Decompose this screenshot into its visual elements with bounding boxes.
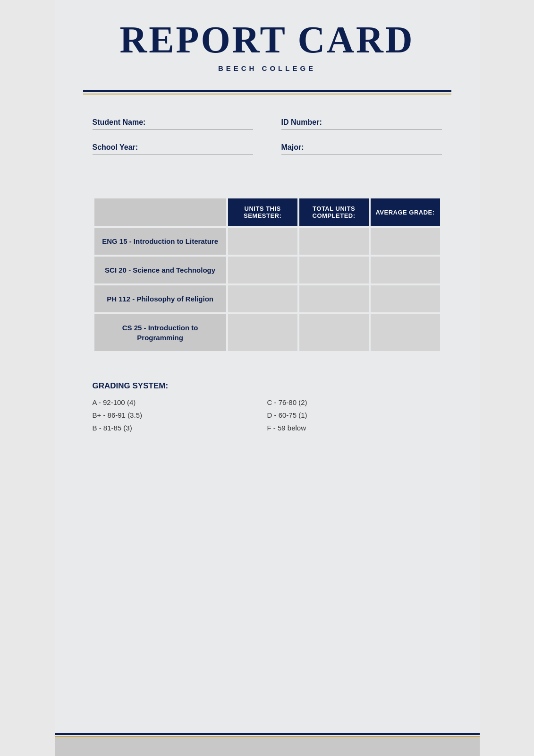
average-grade: [371, 228, 440, 255]
grade-item: B+ - 86-91 (3.5): [93, 411, 267, 419]
grade-item: F - 59 below: [267, 424, 442, 432]
total-units: [299, 314, 369, 351]
header: REPORT CARD BEECH COLLEGE: [55, 0, 480, 82]
report-card-title: REPORT CARD: [83, 19, 451, 60]
major-underline: [281, 155, 442, 155]
thin-line: [83, 94, 451, 94]
course-name: SCI 20 - Science and Technology: [94, 257, 226, 284]
th-total-units: TOTAL UNITS COMPLETED:: [299, 198, 369, 226]
table-row: CS 25 - Introduction to Programming: [94, 314, 440, 351]
info-row-2: School Year: Major:: [93, 143, 442, 155]
school-year-underline: [93, 155, 253, 155]
course-name: CS 25 - Introduction to Programming: [94, 314, 226, 351]
page: REPORT CARD BEECH COLLEGE Student Name: …: [55, 0, 480, 756]
units-this-semester: [228, 314, 297, 351]
table-row: SCI 20 - Science and Technology: [94, 257, 440, 284]
grading-grid: A - 92-100 (4)C - 76-80 (2)B+ - 86-91 (3…: [93, 398, 442, 432]
student-info-section: Student Name: ID Number: School Year: Ma…: [55, 94, 480, 182]
id-number-underline: [281, 129, 442, 130]
school-year-field: School Year:: [93, 143, 253, 155]
table-header-row: UNITS THIS SEMESTER: TOTAL UNITS COMPLET…: [94, 198, 440, 226]
student-name-label: Student Name:: [93, 118, 253, 127]
table-row: ENG 15 - Introduction to Literature: [94, 228, 440, 255]
student-name-field: Student Name:: [93, 118, 253, 130]
student-name-underline: [93, 129, 253, 130]
major-field: Major:: [281, 143, 442, 155]
average-grade: [371, 314, 440, 351]
header-decoration: [83, 90, 451, 94]
footer-thick-line: [55, 733, 480, 735]
total-units: [299, 285, 369, 312]
average-grade: [371, 285, 440, 312]
th-average-grade: AVERAGE GRADE:: [371, 198, 440, 226]
footer: [55, 733, 480, 756]
footer-lines-container: [55, 733, 480, 737]
grade-item: B - 81-85 (3): [93, 424, 267, 432]
footer-bar: [55, 737, 480, 756]
school-year-label: School Year:: [93, 143, 253, 152]
th-units-semester: UNITS THIS SEMESTER:: [228, 198, 297, 226]
grade-item: D - 60-75 (1): [267, 411, 442, 419]
th-course: [94, 198, 226, 226]
units-this-semester: [228, 228, 297, 255]
grading-section: GRADING SYSTEM: A - 92-100 (4)C - 76-80 …: [55, 362, 480, 441]
table-row: PH 112 - Philosophy of Religion: [94, 285, 440, 312]
units-this-semester: [228, 285, 297, 312]
id-number-field: ID Number:: [281, 118, 442, 130]
average-grade: [371, 257, 440, 284]
grade-item: C - 76-80 (2): [267, 398, 442, 406]
table-section: UNITS THIS SEMESTER: TOTAL UNITS COMPLET…: [55, 182, 480, 362]
units-this-semester: [228, 257, 297, 284]
footer-thin-line: [55, 736, 480, 737]
college-name: BEECH COLLEGE: [83, 64, 451, 72]
grade-item: A - 92-100 (4): [93, 398, 267, 406]
total-units: [299, 228, 369, 255]
course-name: PH 112 - Philosophy of Religion: [94, 285, 226, 312]
info-row-1: Student Name: ID Number:: [93, 118, 442, 130]
grades-table: UNITS THIS SEMESTER: TOTAL UNITS COMPLET…: [93, 197, 442, 353]
major-label: Major:: [281, 143, 442, 152]
course-name: ENG 15 - Introduction to Literature: [94, 228, 226, 255]
thick-line: [83, 90, 451, 92]
grading-title: GRADING SYSTEM:: [93, 381, 442, 391]
id-number-label: ID Number:: [281, 118, 442, 127]
total-units: [299, 257, 369, 284]
